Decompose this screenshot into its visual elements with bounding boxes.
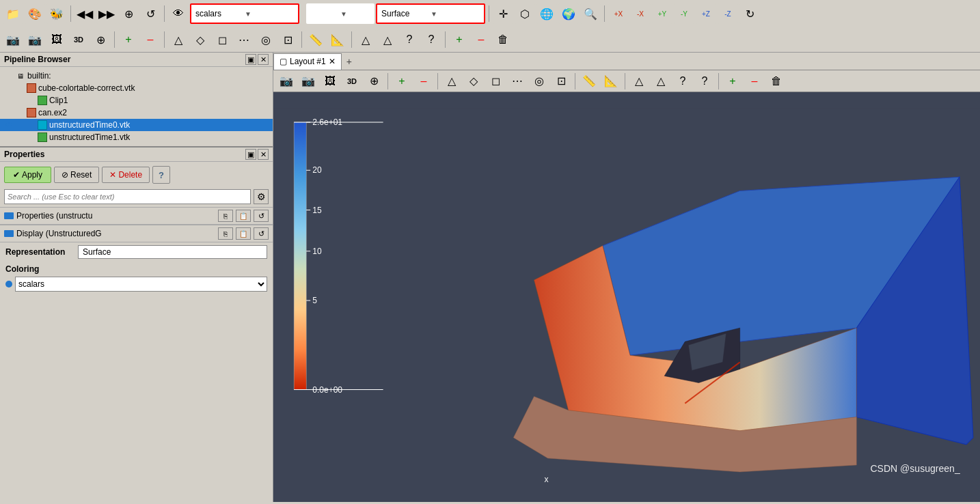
list-item[interactable]: 🖥 builtin: [0,70,273,82]
surface-dropdown[interactable]: Surface ▼ [376,3,485,24]
list-item[interactable]: unstructuredTime1.vtk [0,131,273,143]
tb2-angle-btn[interactable]: 📐 [327,29,348,50]
tb2-plus-btn[interactable]: + [118,29,139,50]
tb-rot-btn[interactable]: ↻ [739,3,760,24]
tb-eye-btn[interactable]: 👁 [168,3,189,24]
vp-sel-btn[interactable]: ◇ [463,71,484,92]
properties-close-btn[interactable]: ✕ [258,149,269,160]
tb2-camera-btn[interactable]: 📷 [3,29,23,50]
tb2-brush-btn[interactable]: ◻ [212,29,232,50]
vp-angle-btn[interactable]: 📐 [601,71,621,92]
vp-pt2-btn[interactable]: △ [651,71,671,92]
pipeline-restore-btn[interactable]: ▣ [245,54,256,65]
add-tab-button[interactable]: + [342,54,357,69]
pipeline-close-btn[interactable]: ✕ [258,54,269,65]
section-paste-btn2[interactable]: 📋 [236,227,251,240]
tab-label: Layout #1 [290,57,326,66]
vp-dellayout-btn[interactable]: 🗑 [766,71,787,92]
section-paste-btn1[interactable]: 📋 [236,210,251,222]
list-item[interactable]: 👁 unstructuredTime0.vtk [0,119,273,131]
tb-xp-btn[interactable]: +X [608,3,629,24]
tb2-3d-btn[interactable]: 3D [68,29,89,50]
tb-open-btn[interactable]: 📁 [3,3,23,24]
tb2-q2-btn[interactable]: ? [421,29,441,50]
properties-restore-btn[interactable]: ▣ [245,149,256,160]
tb-zoom-btn[interactable]: 🔍 [580,3,601,24]
tb-xm-btn[interactable]: -X [630,3,651,24]
viewport-tab[interactable]: ▢ Layout #1 ✕ [273,53,342,70]
tb-move-btn[interactable]: ⊕ [118,3,139,24]
reset-button[interactable]: ⊘ Reset [54,167,99,183]
tb2-tri-btn[interactable]: △ [168,29,189,50]
tb-ym-btn[interactable]: -Y [674,3,694,24]
tb2-q1-btn[interactable]: ? [399,29,420,50]
tb2-screenshot-btn[interactable]: 🖼 [46,29,67,50]
tab-close-icon[interactable]: ✕ [329,57,336,66]
tb2-ruler-btn[interactable]: 📏 [305,29,326,50]
section-reload-btn2[interactable]: ↺ [254,227,269,240]
vp-misc-btn[interactable]: ⊡ [551,71,571,92]
vp-zoom-btn[interactable]: ⊕ [364,71,384,92]
vp-screenshot-btn[interactable]: 🖼 [320,71,340,92]
list-item[interactable]: cube-colortable-correct.vtk [0,82,273,94]
vp-remlayout-btn[interactable]: – [744,71,765,92]
vp-q1-btn[interactable]: ? [672,71,693,92]
tb2-zoom2-btn[interactable]: ⊕ [90,29,111,50]
section-reload-btn1[interactable]: ↺ [254,210,269,222]
vp-box-btn[interactable]: ◻ [485,71,506,92]
section-copy-btn2[interactable]: ⎘ [218,227,233,240]
tb2-pt2-btn[interactable]: △ [377,29,398,50]
tb-zp-btn[interactable]: +Z [696,3,716,24]
tb-zm-btn[interactable]: -Z [718,3,738,24]
tb-filter-btn[interactable]: 🐝 [46,3,67,24]
vp-tri-btn[interactable]: △ [441,71,462,92]
tb-orient-btn[interactable]: 🌍 [558,3,579,24]
tb-color-btn[interactable]: 🎨 [25,3,45,24]
display-section-label: Display (UnstructuredG [16,229,102,238]
list-item[interactable]: can.ex2 [0,107,273,119]
tb-rubber-btn[interactable]: ⬡ [515,3,535,24]
tb2-misc1-btn[interactable]: ⊡ [277,29,298,50]
tb2-sel2-btn[interactable]: ◇ [190,29,210,50]
tb2-cam2-btn[interactable]: 📷 [25,29,45,50]
tb-sep3 [489,5,489,22]
vp-3d-btn[interactable]: 3D [342,71,362,92]
tb2-pt1-btn[interactable]: △ [355,29,376,50]
tb-select-btn[interactable]: ✛ [493,3,513,24]
help-button[interactable]: ? [152,166,170,184]
vp-cam-btn[interactable]: 📷 [276,71,297,92]
search-input[interactable] [4,189,251,204]
scalars-dropdown[interactable]: scalars ▼ [190,3,299,24]
vp-addlayout-btn[interactable]: + [722,71,743,92]
tb-forward-btn[interactable]: ▶▶ [96,3,117,24]
section-copy-btn1[interactable]: ⎘ [218,210,233,222]
main-layout: Pipeline Browser ▣ ✕ 🖥 builtin: [0,53,980,502]
tb-back-btn[interactable]: ◀◀ [74,3,95,24]
settings-gear-btn[interactable]: ⚙ [254,189,269,204]
apply-button[interactable]: ✔ Apply [4,167,51,183]
vp-pt1-btn[interactable]: △ [629,71,649,92]
tb2-remlayout-btn[interactable]: – [471,29,491,50]
tb-globe-btn[interactable]: 🌐 [536,3,557,24]
tb-yp-btn[interactable]: +Y [652,3,672,24]
coloring-select[interactable]: scalars [15,277,267,292]
viewport: ▢ Layout #1 ✕ + 📷 📷 🖼 3D ⊕ + – △ ◇ ◻ ⋯ ◎… [273,53,980,502]
tb-reload-btn[interactable]: ↺ [140,3,161,24]
tb2-addlayout-btn[interactable]: + [449,29,469,50]
vp-sub-btn[interactable]: – [413,71,434,92]
vp-zoomsel-btn[interactable]: ◎ [529,71,549,92]
display-section-header: Display (UnstructuredG ⎘ 📋 ↺ [0,225,273,242]
tb2-minus-btn[interactable]: – [140,29,161,50]
delete-button[interactable]: ✕ Delete [102,167,150,183]
vp-pts-btn[interactable]: ⋯ [507,71,528,92]
tb2-dellayout-btn[interactable]: 🗑 [493,29,513,50]
vp-q2-btn[interactable]: ? [694,71,715,92]
tb2-zoomsel-btn[interactable]: ◎ [256,29,276,50]
representation-value[interactable]: Surface [78,245,267,259]
list-item[interactable]: Clip1 [0,94,273,107]
vp-ruler-btn[interactable]: 📏 [579,71,599,92]
empty-dropdown[interactable]: ▼ [306,3,375,24]
vp-add-btn[interactable]: + [392,71,412,92]
tb2-pts-btn[interactable]: ⋯ [234,29,254,50]
vp-cam2-btn[interactable]: 📷 [298,71,318,92]
